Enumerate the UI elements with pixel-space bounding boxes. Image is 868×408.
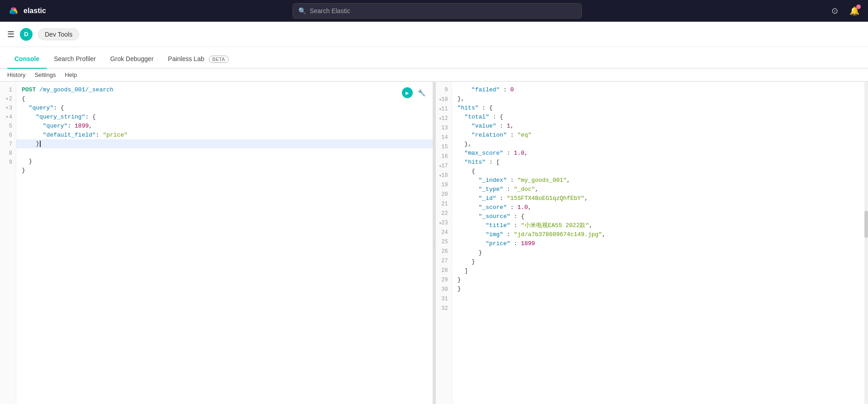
rln-25: 25 xyxy=(439,237,448,247)
history-btn[interactable]: History xyxy=(7,71,25,78)
editor-body: 1 ▼2 ▼3 ▼4 5 6 7 8 9 POST /my_goods_001/… xyxy=(0,82,433,404)
help-circle-icon: ⊙ xyxy=(831,6,838,16)
ln-2: ▼2 xyxy=(4,95,12,104)
scrollbar-thumb[interactable] xyxy=(864,211,868,238)
ln-7: 7 xyxy=(4,140,12,149)
dev-tools-breadcrumb[interactable]: Dev Tools xyxy=(38,28,79,40)
tab-grok-debugger[interactable]: Grok Debugger xyxy=(103,50,161,69)
rln-19: 19 xyxy=(439,180,448,190)
top-navigation: elastic 🔍 Search Elastic ⊙ 🔔 xyxy=(0,0,868,22)
rln-14: 14 xyxy=(439,133,448,142)
rln-11: ▼11 xyxy=(439,104,448,114)
editor-line-numbers: 1 ▼2 ▼3 ▼4 5 6 7 8 9 xyxy=(0,82,16,404)
run-button[interactable]: ▶ xyxy=(402,87,413,98)
rln-22: 22 xyxy=(439,209,448,218)
beta-badge: BETA xyxy=(209,56,229,63)
rln-29: 29 xyxy=(439,275,448,285)
rln-10: ▼10 xyxy=(439,95,448,104)
rln-20: 20 xyxy=(439,190,448,199)
notification-badge xyxy=(856,5,861,9)
console-toolbar: History Settings Help xyxy=(0,69,868,81)
rln-23: ▼23 xyxy=(439,218,448,228)
ln-4: ▼4 xyxy=(4,113,12,122)
rln-18: ▼18 xyxy=(439,171,448,180)
editor-pane: ▶ 🔧 1 ▼2 ▼3 ▼4 5 6 7 8 9 POST /my_goods_… xyxy=(0,82,433,404)
search-icon: 🔍 xyxy=(298,7,306,14)
tab-search-profiler[interactable]: Search Profiler xyxy=(47,50,103,69)
ln-9: 9 xyxy=(4,158,12,167)
rln-30: 30 xyxy=(439,285,448,294)
logo-text: elastic xyxy=(24,7,46,15)
wrench-button[interactable]: 🔧 xyxy=(416,87,427,98)
hamburger-menu[interactable]: ☰ xyxy=(7,29,14,39)
rln-26: 26 xyxy=(439,247,448,256)
search-placeholder: Search Elastic xyxy=(310,7,350,14)
ln-6: 6 xyxy=(4,131,12,140)
search-bar-wrapper: 🔍 Search Elastic xyxy=(53,3,821,19)
breadcrumb-bar: ☰ D Dev Tools xyxy=(0,22,868,47)
editor-action-icons: ▶ 🔧 xyxy=(402,87,427,98)
help-icon-btn[interactable]: ⊙ xyxy=(828,5,841,17)
rln-12: ▼12 xyxy=(439,114,448,123)
ln-8: 8 xyxy=(4,149,12,158)
settings-btn[interactable]: Settings xyxy=(34,71,56,78)
rln-9: 9 xyxy=(439,85,448,95)
help-btn[interactable]: Help xyxy=(65,71,77,78)
rln-28: 28 xyxy=(439,266,448,275)
rln-17: ▼17 xyxy=(439,161,448,171)
notifications-btn[interactable]: 🔔 xyxy=(848,5,861,17)
global-search[interactable]: 🔍 Search Elastic xyxy=(292,3,582,19)
rln-31: 31 xyxy=(439,294,448,304)
ln-3: ▼3 xyxy=(4,104,12,113)
rln-16: 16 xyxy=(439,152,448,161)
scrollbar-track[interactable] xyxy=(864,82,868,404)
ln-1: 1 xyxy=(4,85,12,95)
rln-32: 32 xyxy=(439,304,448,313)
rln-13: 13 xyxy=(439,123,448,133)
svg-point-4 xyxy=(11,11,16,14)
response-body: 9 ▼10 ▼11 ▼12 13 14 15 16 ▼17 ▼18 19 20 … xyxy=(436,82,868,404)
response-pane: 9 ▼10 ▼11 ▼12 13 14 15 16 ▼17 ▼18 19 20 … xyxy=(436,82,868,404)
rln-15: 15 xyxy=(439,142,448,152)
response-line-numbers: 9 ▼10 ▼11 ▼12 13 14 15 16 ▼17 ▼18 19 20 … xyxy=(436,82,452,404)
elastic-logo[interactable]: elastic xyxy=(7,5,46,17)
response-code-area: "failed" : 0 }, "hits" : { "total" : { "… xyxy=(452,82,868,404)
rln-27: 27 xyxy=(439,256,448,266)
ln-5: 5 xyxy=(4,122,12,131)
tab-console[interactable]: Console xyxy=(7,50,47,69)
rln-24: 24 xyxy=(439,228,448,237)
editor-code-area[interactable]: POST /my_goods_001/_search { "query": { … xyxy=(16,82,433,404)
svg-point-0 xyxy=(8,5,19,17)
nav-right-icons: ⊙ 🔔 xyxy=(828,5,861,17)
rln-21: 21 xyxy=(439,199,448,209)
tab-painless-lab[interactable]: Painless Lab BETA xyxy=(161,50,236,69)
avatar[interactable]: D xyxy=(20,28,33,41)
main-content: ▶ 🔧 1 ▼2 ▼3 ▼4 5 6 7 8 9 POST /my_goods_… xyxy=(0,82,868,404)
tabs-bar: Console Search Profiler Grok Debugger Pa… xyxy=(0,47,868,69)
